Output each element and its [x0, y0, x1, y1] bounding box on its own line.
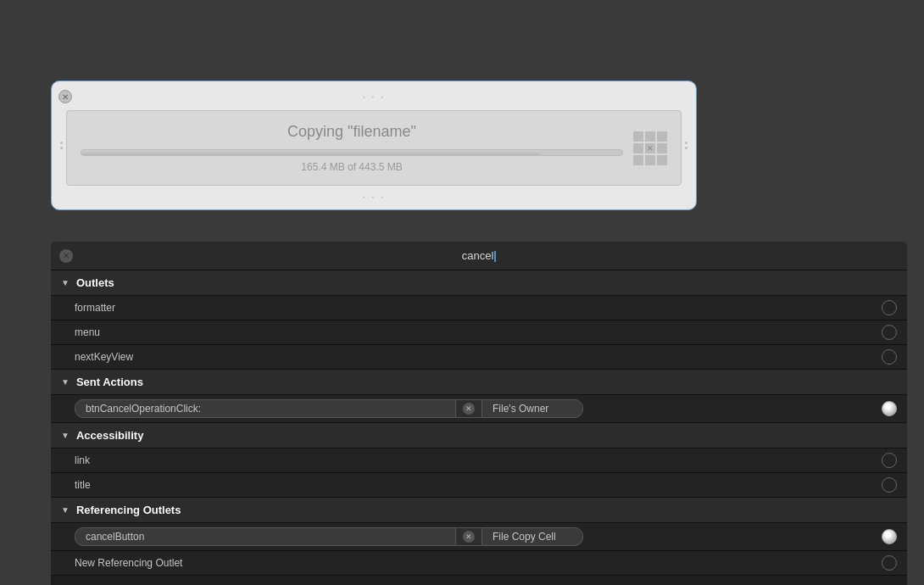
sent-actions-section-label: Sent Actions [76, 376, 143, 388]
dialog-title-dots: · · · [363, 91, 386, 103]
accessibility-connection-circle[interactable] [882, 453, 897, 468]
sent-action-row: btnCancelOperationClick: ✕ File's Owner [51, 395, 907, 423]
close-icon: ✕ [63, 251, 70, 260]
outlets-nextkeyview-row: nextKeyView [51, 345, 907, 370]
referencing-outlet-cancel-button-row: cancelButton ✕ File Copy Cell [51, 523, 907, 551]
ref-outlet-connection-circle-filled[interactable] [882, 529, 897, 544]
accessibility-section-header[interactable]: ▼ Accessibility [51, 423, 907, 448]
dialog-inner: Copying "filename" 165.4 MB of 443.5 MB … [66, 110, 682, 186]
grid-icon: ✕ [633, 131, 667, 165]
inspector-title: cancel [462, 249, 497, 262]
dialog-titlebar: ✕ · · · [58, 88, 689, 105]
copy-dialog: ✕ · · · Copying "filename" 165.4 MB of 4… [51, 81, 697, 210]
grid-cell [657, 131, 667, 142]
text-cursor [494, 251, 496, 262]
close-icon: ✕ [62, 92, 69, 102]
dialog-content: Copying "filename" 165.4 MB of 443.5 MB [81, 123, 623, 173]
ref-outlet-target-pill: File Copy Cell [481, 527, 583, 546]
outlets-nextkeyview-label: nextKeyView [75, 351, 882, 363]
outlet-connection-circle[interactable] [882, 325, 897, 340]
new-referencing-outlet-row: New Referencing Outlet [51, 551, 907, 576]
outlets-menu-label: menu [75, 326, 882, 338]
copy-dialog-subtitle: 165.4 MB of 443.5 MB [81, 161, 623, 173]
collapse-triangle-icon: ▼ [61, 505, 70, 515]
collapse-triangle-icon: ▼ [61, 431, 70, 440]
referencing-outlets-section-header[interactable]: ▼ Referencing Outlets [51, 498, 907, 523]
remove-connection-icon[interactable]: ✕ [463, 403, 475, 415]
copy-dialog-title: Copying "filename" [81, 123, 623, 141]
grid-cell [645, 131, 655, 142]
progress-bar [81, 149, 623, 156]
accessibility-link-label: link [75, 454, 882, 466]
outlet-connection-circle[interactable] [882, 349, 897, 365]
new-ref-outlet-circle[interactable] [882, 555, 897, 571]
inspector-titlebar: ✕ cancel [51, 242, 907, 270]
outlets-formatter-row: formatter [51, 296, 907, 320]
action-connector: ✕ [456, 399, 481, 418]
grid-cell [657, 155, 667, 165]
ref-outlet-connector: ✕ [456, 527, 481, 546]
remove-ref-outlet-icon[interactable]: ✕ [463, 531, 475, 543]
outlets-menu-row: menu [51, 320, 907, 345]
inspector-panel: ✕ cancel ▼ Outlets formatter menu nextKe… [51, 242, 907, 585]
referencing-outlets-section-label: Referencing Outlets [76, 504, 181, 516]
accessibility-title-label: title [75, 479, 882, 491]
dialog-bottom-dots: · · · [58, 186, 689, 203]
sent-actions-section-header[interactable]: ▼ Sent Actions [51, 370, 907, 395]
accessibility-link-row: link [51, 448, 907, 473]
ref-outlet-name-pill: cancelButton [75, 527, 456, 546]
dialog-close-button[interactable]: ✕ [58, 90, 72, 103]
grid-cell [633, 155, 643, 165]
action-name-pill: btnCancelOperationClick: [75, 399, 456, 418]
accessibility-connection-circle[interactable] [882, 477, 897, 493]
new-referencing-outlet-label: New Referencing Outlet [75, 557, 882, 569]
accessibility-title-row: title [51, 473, 907, 498]
inspector-title-text: cancel [462, 249, 494, 262]
grid-cell [633, 131, 643, 142]
grid-cell [633, 143, 643, 153]
grid-cell-x[interactable]: ✕ [645, 143, 655, 153]
action-target-pill: File's Owner [481, 399, 583, 418]
outlets-section-header[interactable]: ▼ Outlets [51, 270, 907, 296]
collapse-triangle-icon: ▼ [61, 377, 70, 387]
bottom-dots: · · · [363, 191, 386, 203]
inspector-close-button[interactable]: ✕ [59, 249, 73, 263]
progress-bar-fill [81, 150, 541, 155]
outlets-section-label: Outlets [76, 276, 114, 289]
outlets-formatter-label: formatter [75, 302, 882, 314]
action-connection-circle-filled[interactable] [882, 401, 897, 416]
accessibility-section-label: Accessibility [76, 429, 144, 442]
grid-cell [645, 155, 655, 165]
outlet-connection-circle[interactable] [882, 300, 897, 315]
collapse-triangle-icon: ▼ [61, 278, 70, 287]
grid-cell [657, 143, 667, 153]
